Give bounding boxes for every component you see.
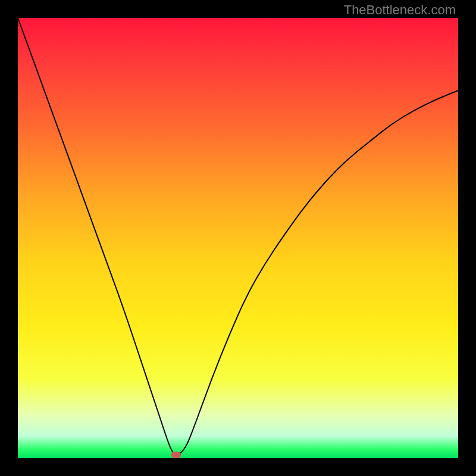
chart-frame: TheBottleneck.com <box>0 0 476 476</box>
bottleneck-curve <box>18 18 458 458</box>
minimum-marker <box>171 452 181 458</box>
watermark-text: TheBottleneck.com <box>344 2 456 18</box>
